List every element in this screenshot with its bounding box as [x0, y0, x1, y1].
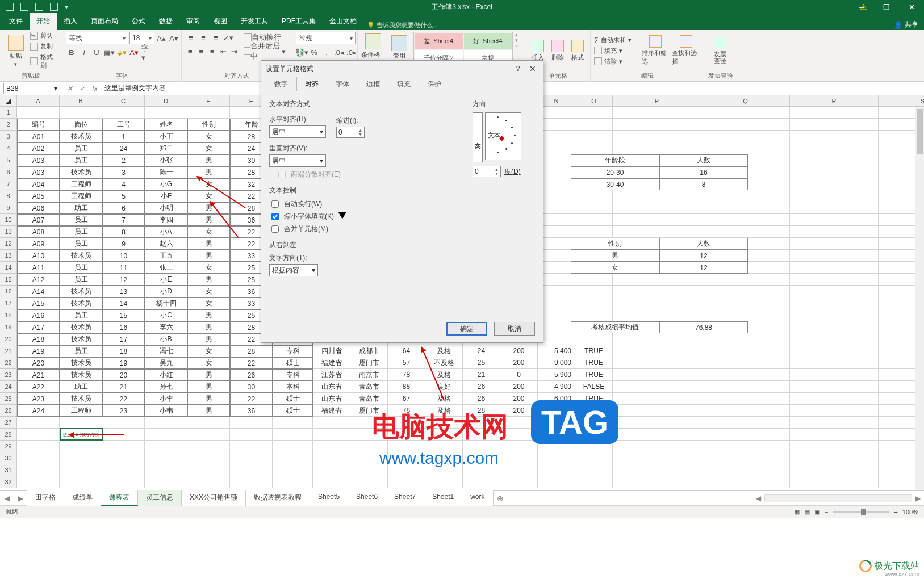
cell[interactable]: 工号	[102, 119, 145, 131]
cell[interactable]: 男	[187, 369, 230, 381]
cell[interactable]	[313, 452, 350, 464]
cell[interactable]	[230, 452, 273, 464]
cell[interactable]: 成都市	[350, 345, 388, 357]
cell[interactable]	[230, 441, 273, 452]
cell[interactable]	[187, 464, 230, 476]
cell[interactable]: 男	[187, 238, 230, 250]
sheet-tab[interactable]: 数据透视表教程	[246, 490, 310, 506]
h-align-select[interactable]: 居中▾	[269, 125, 326, 138]
indent-dec-button[interactable]: ⇤	[219, 45, 229, 57]
inc-decimal-button[interactable]: .0◂	[333, 47, 345, 58]
cell[interactable]: 男	[187, 381, 230, 393]
cell[interactable]: 22	[230, 357, 273, 369]
fill-button[interactable]: 填充▾	[594, 47, 639, 55]
sheet-tab[interactable]: Sheet5	[310, 490, 348, 506]
cell[interactable]	[790, 202, 879, 214]
cell[interactable]	[790, 357, 879, 369]
fx-button[interactable]: fx	[89, 82, 101, 95]
cell[interactable]: 200	[500, 405, 538, 417]
cell[interactable]	[613, 107, 701, 119]
cell[interactable]	[790, 441, 879, 452]
cell[interactable]: 本科	[273, 381, 313, 393]
style-good[interactable]: 好_Sheet4	[463, 32, 513, 49]
row-header[interactable]: 32	[0, 476, 17, 488]
cell[interactable]	[701, 357, 790, 369]
cell[interactable]: 26	[463, 393, 500, 405]
clear-button[interactable]: 清除▾	[594, 57, 639, 66]
italic-button[interactable]: I	[78, 47, 90, 58]
cell[interactable]: 22	[230, 393, 273, 405]
autosum-button[interactable]: ∑自动求和▾	[594, 36, 639, 44]
merge-checkbox[interactable]	[271, 225, 279, 233]
cell[interactable]	[425, 429, 463, 441]
gallery-more-icon[interactable]: ≡	[515, 43, 518, 49]
cancel-formula-button[interactable]: ✕	[64, 82, 76, 95]
horizontal-scrollbar[interactable]	[764, 494, 912, 502]
cell[interactable]	[575, 190, 613, 202]
cell[interactable]: A12	[17, 274, 60, 286]
cell[interactable]: 工程师	[60, 405, 102, 417]
row-header[interactable]: 28	[0, 429, 17, 441]
cell[interactable]	[102, 464, 145, 476]
cut-button[interactable]: ✂剪切	[30, 31, 58, 40]
cell[interactable]: 22	[102, 393, 145, 405]
row-header[interactable]: 19	[0, 321, 17, 333]
cell[interactable]: A02	[17, 142, 60, 154]
row-header[interactable]: 29	[0, 441, 17, 452]
tab-insert[interactable]: 插入	[57, 13, 84, 30]
cell[interactable]	[17, 417, 60, 429]
cell[interactable]: 冯七	[145, 345, 187, 357]
cell[interactable]: 57	[388, 357, 425, 369]
cell[interactable]	[575, 286, 613, 297]
cell[interactable]	[425, 441, 463, 452]
cell[interactable]: 小A	[145, 226, 187, 238]
cell[interactable]	[790, 142, 879, 154]
cell[interactable]	[500, 452, 538, 464]
cell[interactable]: 年龄段	[571, 154, 659, 166]
increase-font-button[interactable]: A▴	[156, 32, 167, 44]
cell[interactable]	[613, 309, 701, 321]
cell[interactable]: 员工	[60, 154, 102, 166]
cell[interactable]	[575, 464, 613, 476]
cell[interactable]: 小李	[145, 393, 187, 405]
row-header[interactable]: 5	[0, 154, 17, 166]
cell[interactable]	[313, 429, 350, 441]
cell[interactable]	[790, 238, 879, 250]
cell[interactable]	[701, 429, 790, 441]
decrease-font-button[interactable]: A▾	[168, 32, 179, 44]
align-top-button[interactable]: ≡	[185, 32, 196, 43]
select-all-corner[interactable]: ◢	[0, 95, 17, 107]
cell[interactable]	[701, 464, 790, 476]
cell[interactable]: TRUE	[575, 405, 613, 417]
view-normal-icon[interactable]: ▦	[794, 508, 800, 515]
cell[interactable]	[790, 429, 879, 441]
cell[interactable]: 厦门市	[350, 405, 388, 417]
cell[interactable]: 硕士	[273, 405, 313, 417]
cell[interactable]	[575, 214, 613, 226]
scrollbar-thumb[interactable]	[917, 109, 923, 154]
cell[interactable]	[613, 405, 701, 417]
row-header[interactable]: 25	[0, 393, 17, 405]
cell[interactable]: 姓名	[145, 119, 187, 131]
cell[interactable]: 15	[102, 309, 145, 321]
cell[interactable]: 女	[187, 226, 230, 238]
cell[interactable]: 山东省	[313, 393, 350, 405]
align-left-button[interactable]: ≡	[185, 45, 195, 57]
sheet-tab[interactable]: 员工信息	[138, 490, 182, 506]
cell[interactable]	[790, 309, 879, 321]
row-header[interactable]: 14	[0, 262, 17, 274]
cell[interactable]: 4,900	[538, 381, 575, 393]
cell[interactable]: A15	[17, 297, 60, 309]
sheet-tab[interactable]: work	[462, 490, 493, 506]
redo-icon[interactable]	[35, 3, 43, 11]
row-header[interactable]: 21	[0, 345, 17, 357]
cell[interactable]	[500, 429, 538, 441]
cell[interactable]: 88	[388, 381, 425, 393]
cell[interactable]	[230, 429, 273, 441]
cell[interactable]: 12	[102, 274, 145, 286]
cell[interactable]	[701, 274, 790, 286]
row-header[interactable]: 15	[0, 274, 17, 286]
cell[interactable]	[388, 464, 425, 476]
cell[interactable]	[575, 333, 613, 345]
cell[interactable]: 20	[102, 369, 145, 381]
